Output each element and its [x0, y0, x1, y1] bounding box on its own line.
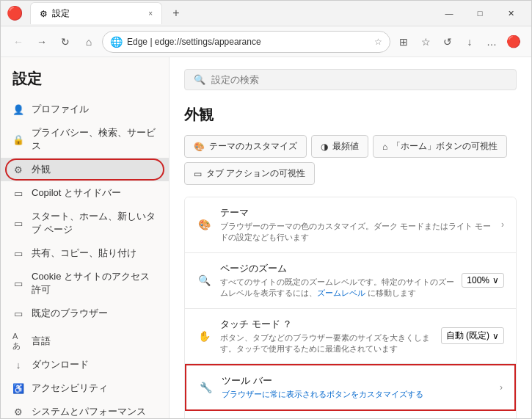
theme-row-text: テーマ ブラウザーのテーマの色のカスタマイズ。ダーク モードまたはライト モード… — [220, 206, 495, 244]
shortcut-setting-row[interactable]: ≡ ショートカット メニュー ホバー メニューとコンテキスト メニューの設定を管… — [185, 411, 516, 418]
home-btn-icon: ⌂ — [382, 142, 387, 152]
sidebar-item-appearance[interactable]: ⚙ 外観 — [1, 158, 169, 181]
theme-chevron-icon: › — [501, 219, 504, 230]
main-content: 🔍 外観 🎨 テーマのカスタマイズ ◑ 最頻値 ⌂ 「ホーム」ボタンの可視性 — [170, 57, 531, 418]
sidebar-item-start[interactable]: ▭ スタート、ホーム、新しいタブ ページ — [1, 205, 169, 241]
theme-customize-button[interactable]: 🎨 テーマのカスタマイズ — [184, 135, 307, 158]
collections-button[interactable]: ⊞ — [393, 32, 414, 52]
profile-icon: 👤 — [12, 103, 24, 115]
downloads-button[interactable]: ↓ — [459, 32, 480, 52]
sidebar-label-privacy: プライバシー、検索、サービス — [32, 126, 157, 153]
sidebar-item-accessibility[interactable]: ♿ アクセシビリティ — [1, 376, 169, 400]
touch-dropdown-icon: ∨ — [492, 331, 499, 341]
start-icon: ▭ — [12, 217, 24, 229]
sidebar-item-copilot[interactable]: ▭ Copilot とサイドバー — [1, 181, 169, 205]
tab-btn-icon: ▭ — [194, 169, 202, 179]
theme-row-desc: ブラウザーのテーマの色のカスタマイズ。ダーク モードまたはライト モードの設定な… — [220, 221, 495, 244]
maximize-button[interactable]: □ — [465, 1, 495, 26]
forward-button[interactable]: → — [32, 32, 52, 52]
zoom-desc-text2: に移動します — [365, 288, 416, 297]
zoom-select[interactable]: 100% ∨ — [462, 273, 504, 288]
sidebar-label-accessibility: アクセシビリティ — [32, 382, 108, 395]
section-title: 外観 — [184, 105, 517, 125]
zoom-row-title: ページのズーム — [220, 262, 462, 275]
cookie-icon: ▭ — [12, 277, 24, 289]
toolbar-row-icon: 🔧 — [198, 380, 213, 395]
browser-tab[interactable]: ⚙ 設定 × — [30, 2, 162, 24]
nav-right-buttons: ⊞ ☆ ↺ ↓ … 🔴 — [393, 32, 524, 52]
search-icon: 🔍 — [194, 74, 205, 85]
sidebar-item-browser[interactable]: ▭ 既定のブラウザー — [1, 302, 169, 325]
window-controls: — □ ✕ — [434, 1, 525, 26]
minimize-button[interactable]: — — [434, 1, 464, 26]
sidebar-item-profile[interactable]: 👤 プロファイル — [1, 98, 169, 121]
close-button[interactable]: ✕ — [496, 1, 525, 26]
tab-close-button[interactable]: × — [148, 10, 153, 18]
settings-list: 🎨 テーマ ブラウザーのテーマの色のカスタマイズ。ダーク モードまたはライト モ… — [184, 197, 517, 418]
sidebar-item-cookie[interactable]: ▭ Cookie とサイトのアクセス許可 — [1, 265, 169, 302]
zoom-row-desc: すべてのサイトの既定のズームレベルです。特定のサイトのズームレベルを表示するには… — [220, 277, 462, 299]
theme-btn-label: テーマのカスタマイズ — [209, 140, 297, 153]
sidebar-item-privacy[interactable]: 🔒 プライバシー、検索、サービス — [1, 121, 169, 158]
theme-row-icon: 🎨 — [197, 217, 211, 232]
back-button[interactable]: ← — [8, 32, 29, 52]
appearance-icon: ⚙ — [12, 164, 24, 175]
touch-row-desc: ボタン、タブなどのブラウザー要素のサイズを大きくします。タッチで使用するために最… — [220, 332, 441, 355]
toolbar-row-title: ツール バー — [222, 374, 494, 387]
touch-row-icon: ✋ — [197, 329, 211, 343]
zoom-setting-row[interactable]: 🔍 ページのズーム すべてのサイトの既定のズームレベルです。特定のサイトのズーム… — [185, 253, 516, 309]
sidebar-title: 設定 — [1, 69, 169, 98]
sidebar-label-browser: 既定のブラウザー — [32, 307, 108, 320]
default-btn-icon: ◑ — [321, 142, 328, 152]
privacy-icon: 🔒 — [12, 134, 24, 145]
tab-favicon: ⚙ — [40, 9, 48, 19]
search-input[interactable] — [211, 74, 507, 85]
touch-setting-row[interactable]: ✋ タッチ モード ？ ボタン、タブなどのブラウザー要素のサイズを大きくします。… — [185, 309, 516, 365]
default-button[interactable]: ◑ 最頻値 — [311, 135, 368, 158]
home-button[interactable]: ⌂ — [79, 32, 99, 52]
search-bar[interactable]: 🔍 — [184, 69, 517, 90]
address-bar[interactable]: 🌐 Edge | edge://settings/appearance ☆ — [102, 31, 390, 53]
toolbar-setting-row[interactable]: 🔧 ツール バー ブラウザーに常に表示されるボタンをカスタマイズする › — [185, 364, 516, 410]
sidebar-item-system[interactable]: ⚙ システムとパフォーマンス — [1, 400, 169, 418]
theme-setting-row[interactable]: 🎨 テーマ ブラウザーのテーマの色のカスタマイズ。ダーク モードまたはライト モ… — [185, 197, 516, 253]
settings-menu-button[interactable]: … — [481, 32, 502, 52]
refresh-button[interactable]: ↻ — [55, 32, 76, 52]
lang-icon: Aあ — [12, 335, 24, 347]
navigation-bar: ← → ↻ ⌂ 🌐 Edge | edge://settings/appeara… — [1, 26, 531, 57]
zoom-row-icon: 🔍 — [197, 273, 211, 288]
zoom-row-text: ページのズーム すべてのサイトの既定のズームレベルです。特定のサイトのズームレベ… — [220, 262, 462, 299]
copilot-icon: ▭ — [12, 187, 24, 199]
favorites-button[interactable]: ☆ — [415, 32, 436, 52]
toolbar-row-text: ツール バー ブラウザーに常に表示されるボタンをカスタマイズする — [222, 374, 494, 400]
toolbar-row-desc: ブラウザーに常に表示されるボタンをカスタマイズする — [222, 389, 494, 400]
tab-visibility-button[interactable]: ▭ タブ アクションの可視性 — [184, 162, 315, 185]
browser-logo: 🔴 — [7, 5, 23, 21]
accessibility-icon: ♿ — [12, 382, 24, 394]
home-btn-label: 「ホーム」ボタンの可視性 — [392, 140, 498, 153]
browser-icon: ▭ — [12, 307, 24, 319]
sidebar-label-appearance: 外観 — [32, 163, 51, 176]
sidebar-item-share[interactable]: ▭ 共有、コピー、貼り付け — [1, 241, 169, 265]
sidebar-label-copilot: Copilot とサイドバー — [32, 186, 121, 200]
sidebar-item-lang[interactable]: Aあ 言語 — [1, 329, 169, 353]
touch-row-title: タッチ モード ？ — [220, 318, 441, 331]
sidebar-label-lang: 言語 — [32, 335, 51, 348]
zoom-link[interactable]: ズームレベル — [317, 288, 365, 297]
home-visibility-button[interactable]: ⌂ 「ホーム」ボタンの可視性 — [373, 135, 507, 158]
top-buttons: 🎨 テーマのカスタマイズ ◑ 最頻値 ⌂ 「ホーム」ボタンの可視性 ▭ タブ ア… — [184, 135, 517, 185]
history-button[interactable]: ↺ — [437, 32, 458, 52]
touch-select[interactable]: 自動 (既定) ∨ — [441, 327, 504, 344]
sidebar-label-share: 共有、コピー、貼り付け — [32, 247, 136, 260]
address-text: Edge | edge://settings/appearance — [127, 37, 370, 47]
touch-row-text: タッチ モード ？ ボタン、タブなどのブラウザー要素のサイズを大きくします。タッ… — [220, 318, 441, 355]
new-tab-button[interactable]: + — [167, 4, 186, 23]
zoom-dropdown-icon: ∨ — [492, 275, 499, 285]
sidebar-item-download[interactable]: ↓ ダウンロード — [1, 353, 169, 376]
circle-highlight — [5, 159, 164, 181]
sidebar-label-start: スタート、ホーム、新しいタブ ページ — [32, 210, 157, 236]
toolbar-chevron-icon: › — [500, 382, 503, 393]
theme-btn-icon: 🎨 — [194, 142, 205, 152]
star-icon[interactable]: ☆ — [374, 37, 382, 47]
tab-title: 設定 — [52, 7, 70, 20]
